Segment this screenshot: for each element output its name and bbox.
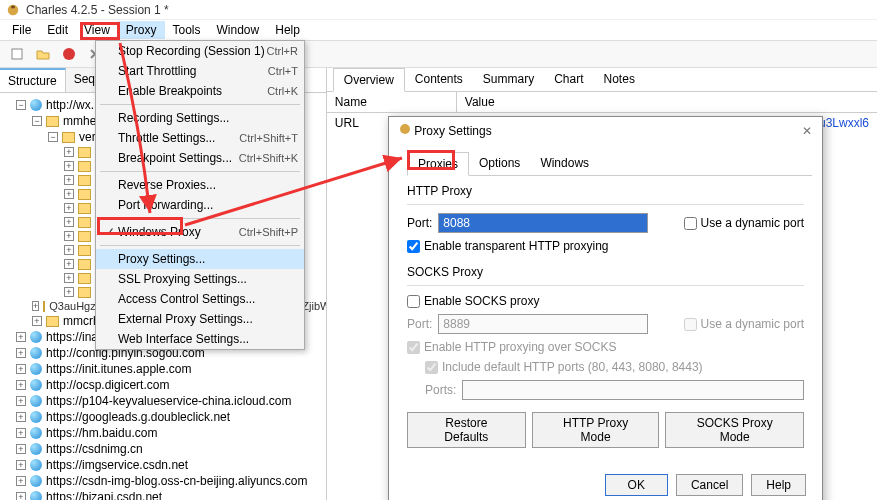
expander-icon[interactable]: +	[64, 175, 74, 185]
menuitem-label: Start Throttling	[118, 64, 268, 78]
expander-icon[interactable]: +	[64, 273, 74, 283]
label: Enable HTTP proxying over SOCKS	[424, 340, 617, 354]
close-icon[interactable]: ✕	[802, 124, 812, 138]
dialog-tabs[interactable]: Proxies Options Windows	[407, 152, 812, 176]
menuitem-external-proxy-settings[interactable]: External Proxy Settings...	[96, 309, 304, 329]
menuitem-web-interface-settings[interactable]: Web Interface Settings...	[96, 329, 304, 349]
proxy-menu[interactable]: Stop Recording (Session 1)Ctrl+RStart Th…	[95, 40, 305, 350]
globe-icon	[30, 99, 42, 111]
tab-notes[interactable]: Notes	[594, 68, 645, 91]
tab-overview[interactable]: Overview	[333, 68, 405, 92]
http-dynamic-checkbox[interactable]	[684, 217, 697, 230]
expander-icon[interactable]: +	[16, 492, 26, 500]
http-proxy-mode-button[interactable]: HTTP Proxy Mode	[532, 412, 660, 448]
shortcut: Ctrl+Shift+P	[239, 226, 298, 238]
menuitem-start-throttling[interactable]: Start ThrottlingCtrl+T	[96, 61, 304, 81]
expander-icon[interactable]: +	[32, 301, 39, 311]
tree-host[interactable]: https://imgservice.csdn.net	[46, 458, 188, 472]
socks-enable-checkbox[interactable]	[407, 295, 420, 308]
expander-icon[interactable]: +	[16, 348, 26, 358]
expander-icon[interactable]: +	[16, 412, 26, 422]
tab-contents[interactable]: Contents	[405, 68, 473, 91]
expander-icon[interactable]: +	[64, 231, 74, 241]
menu-help[interactable]: Help	[267, 21, 308, 39]
expander-icon[interactable]: +	[64, 161, 74, 171]
label: Use a dynamic port	[701, 216, 804, 230]
menuitem-stop-recording-session[interactable]: Stop Recording (Session 1)Ctrl+R	[96, 41, 304, 61]
menu-tools[interactable]: Tools	[165, 21, 209, 39]
record-button[interactable]	[58, 43, 80, 65]
tab-options[interactable]: Options	[469, 152, 530, 175]
menubar[interactable]: File Edit View Proxy Tools Window Help	[0, 20, 877, 40]
col-value[interactable]: Value	[457, 92, 503, 112]
expander-icon[interactable]: +	[64, 189, 74, 199]
right-tabs[interactable]: Overview Contents Summary Chart Notes	[327, 68, 877, 92]
restore-defaults-button[interactable]: Restore Defaults	[407, 412, 526, 448]
menu-edit[interactable]: Edit	[39, 21, 76, 39]
expander-icon[interactable]: +	[32, 316, 42, 326]
expander-icon[interactable]: +	[64, 217, 74, 227]
expander-icon[interactable]: +	[64, 287, 74, 297]
socks-proxy-mode-button[interactable]: SOCKS Proxy Mode	[665, 412, 804, 448]
menuitem-enable-breakpoints[interactable]: Enable BreakpointsCtrl+K	[96, 81, 304, 101]
expander-icon[interactable]: −	[16, 100, 26, 110]
expander-icon[interactable]: +	[16, 332, 26, 342]
tree-host[interactable]: https://csdnimg.cn	[46, 442, 143, 456]
new-session-button[interactable]	[6, 43, 28, 65]
http-transparent-checkbox[interactable]	[407, 240, 420, 253]
menuitem-label: Recording Settings...	[118, 111, 298, 125]
menu-view[interactable]: View	[76, 21, 118, 39]
tree-host[interactable]: https://p104-keyvalueservice-china.iclou…	[46, 394, 291, 408]
expander-icon[interactable]: −	[48, 132, 58, 142]
expander-icon[interactable]: +	[64, 203, 74, 213]
expander-icon[interactable]: +	[16, 396, 26, 406]
http-port-input[interactable]	[438, 213, 648, 233]
tree-host[interactable]: https://bizapi.csdn.net	[46, 490, 162, 500]
expander-icon[interactable]: +	[16, 444, 26, 454]
menuitem-proxy-settings[interactable]: Proxy Settings...	[96, 249, 304, 269]
expander-icon[interactable]: +	[16, 428, 26, 438]
expander-icon[interactable]: +	[64, 245, 74, 255]
overview-header: Name Value	[327, 92, 877, 113]
menu-window[interactable]: Window	[209, 21, 268, 39]
tab-windows[interactable]: Windows	[530, 152, 599, 175]
help-button[interactable]: Help	[751, 474, 806, 496]
expander-icon[interactable]: +	[16, 380, 26, 390]
socks-port-input	[438, 314, 648, 334]
ports-label: Ports:	[425, 383, 456, 397]
menuitem-reverse-proxies[interactable]: Reverse Proxies...	[96, 175, 304, 195]
tree-host[interactable]: https://csdn-img-blog.oss-cn-beijing.ali…	[46, 474, 307, 488]
ok-button[interactable]: OK	[605, 474, 668, 496]
menu-proxy[interactable]: Proxy	[118, 21, 165, 39]
expander-icon[interactable]: −	[32, 116, 42, 126]
menuitem-recording-settings[interactable]: Recording Settings...	[96, 108, 304, 128]
tab-summary[interactable]: Summary	[473, 68, 544, 91]
expander-icon[interactable]: +	[16, 364, 26, 374]
menuitem-label: Port Forwarding...	[118, 198, 298, 212]
menuitem-throttle-settings[interactable]: Throttle Settings...Ctrl+Shift+T	[96, 128, 304, 148]
tree-host[interactable]: http://ocsp.digicert.com	[46, 378, 169, 392]
menuitem-windows-proxy[interactable]: ✓Windows ProxyCtrl+Shift+P	[96, 222, 304, 242]
cancel-button[interactable]: Cancel	[676, 474, 743, 496]
tab-proxies[interactable]: Proxies	[407, 152, 469, 176]
menuitem-access-control-settings[interactable]: Access Control Settings...	[96, 289, 304, 309]
tab-structure[interactable]: Structure	[0, 68, 66, 92]
expander-icon[interactable]: +	[16, 460, 26, 470]
expander-icon[interactable]: +	[16, 476, 26, 486]
menuitem-ssl-proxying-settings[interactable]: SSL Proxying Settings...	[96, 269, 304, 289]
tree-folder[interactable]: ver	[79, 130, 96, 144]
menuitem-label: Breakpoint Settings...	[118, 151, 239, 165]
expander-icon[interactable]: +	[64, 259, 74, 269]
tree-host[interactable]: http://wx.	[46, 98, 94, 112]
tree-host[interactable]: https://hm.baidu.com	[46, 426, 157, 440]
menuitem-breakpoint-settings[interactable]: Breakpoint Settings...Ctrl+Shift+K	[96, 148, 304, 168]
tab-chart[interactable]: Chart	[544, 68, 593, 91]
expander-icon[interactable]: +	[64, 147, 74, 157]
col-name[interactable]: Name	[327, 92, 457, 112]
tree-host[interactable]: https://init.itunes.apple.com	[46, 362, 191, 376]
menu-file[interactable]: File	[4, 21, 39, 39]
open-button[interactable]	[32, 43, 54, 65]
menuitem-port-forwarding[interactable]: Port Forwarding...	[96, 195, 304, 215]
folder-icon	[43, 301, 45, 312]
tree-host[interactable]: https://googleads.g.doubleclick.net	[46, 410, 230, 424]
